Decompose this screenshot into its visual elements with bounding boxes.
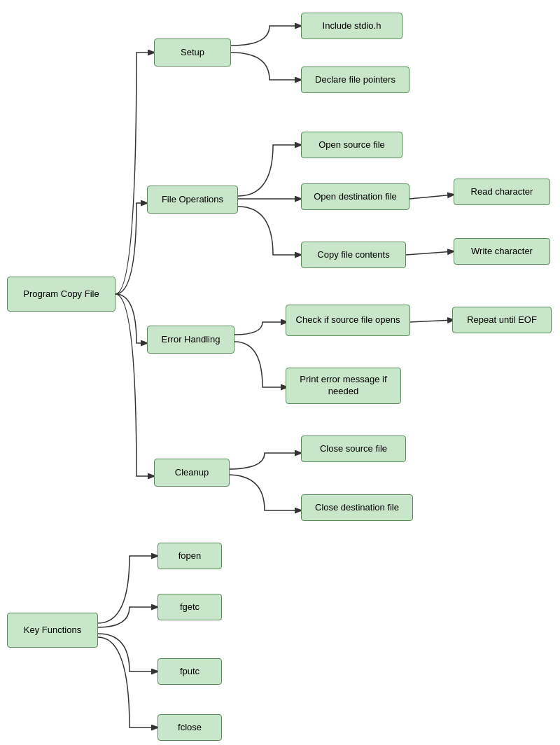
node-fgetc: fgetc — [158, 594, 222, 620]
node-check-source: Check if source file opens — [286, 305, 410, 336]
node-file-operations: File Operations — [147, 186, 238, 214]
node-setup: Setup — [154, 39, 231, 67]
diagram: Program Copy File Setup Include stdio.h … — [0, 0, 560, 745]
node-write-character: Write character — [454, 238, 550, 265]
node-print-error: Print error message if needed — [286, 368, 401, 404]
node-fputc: fputc — [158, 658, 222, 685]
node-include-stdio: Include stdio.h — [301, 13, 402, 39]
node-close-dest: Close destination file — [301, 494, 413, 521]
node-key-functions: Key Functions — [7, 613, 98, 648]
node-fclose: fclose — [158, 714, 222, 741]
node-declare-file: Declare file pointers — [301, 67, 410, 93]
node-cleanup: Cleanup — [154, 459, 230, 487]
node-open-dest: Open destination file — [301, 183, 410, 210]
node-open-source: Open source file — [301, 132, 402, 158]
node-error-handling: Error Handling — [147, 326, 234, 354]
node-copy-contents: Copy file contents — [301, 242, 406, 268]
node-repeat-eof: Repeat until EOF — [452, 307, 552, 333]
node-read-character: Read character — [454, 179, 550, 205]
node-fopen: fopen — [158, 543, 222, 569]
node-close-source: Close source file — [301, 436, 406, 462]
node-program-copy-file: Program Copy File — [7, 277, 115, 312]
